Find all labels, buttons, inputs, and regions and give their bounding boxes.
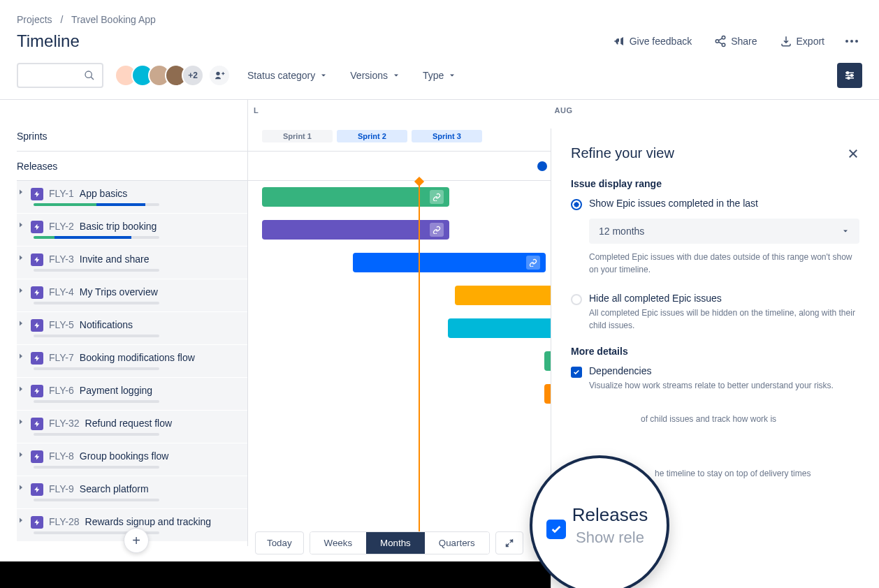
expand-icon bbox=[504, 538, 514, 548]
epic-row[interactable]: FLY-7 Booking modifications flow bbox=[17, 345, 247, 377]
expand-chevron-icon[interactable] bbox=[17, 352, 25, 360]
chevron-down-icon bbox=[392, 71, 400, 80]
expand-chevron-icon[interactable] bbox=[17, 418, 25, 426]
expand-chevron-icon[interactable] bbox=[17, 286, 25, 295]
section-label: More details bbox=[571, 346, 859, 357]
add-people-button[interactable] bbox=[208, 64, 231, 87]
page-title: Timeline bbox=[17, 31, 80, 51]
epic-key[interactable]: FLY-28 bbox=[49, 516, 80, 527]
epic-key[interactable]: FLY-9 bbox=[49, 483, 74, 494]
expand-chevron-icon[interactable] bbox=[17, 385, 25, 393]
quarters-button[interactable]: Quarters bbox=[425, 532, 489, 554]
weeks-button[interactable]: Weeks bbox=[310, 532, 367, 554]
timeline-bar[interactable] bbox=[262, 187, 449, 207]
sprint-pill[interactable]: Sprint 2 bbox=[337, 130, 407, 142]
epic-row[interactable]: FLY-8 Group bookings flow bbox=[17, 443, 247, 476]
zoom-callout: Releases Show rele bbox=[530, 455, 669, 588]
search-input[interactable] bbox=[17, 63, 103, 88]
timeline-bar[interactable] bbox=[353, 253, 546, 272]
epic-title[interactable]: Notifications bbox=[80, 319, 133, 330]
share-button[interactable]: Share bbox=[709, 31, 762, 52]
epic-row[interactable]: FLY-3 Invite and share bbox=[17, 247, 247, 279]
expand-chevron-icon[interactable] bbox=[17, 221, 25, 229]
epic-key[interactable]: FLY-1 bbox=[49, 188, 74, 199]
epic-title[interactable]: Payment logging bbox=[80, 385, 152, 396]
epic-row[interactable]: FLY-6 Payment logging bbox=[17, 378, 247, 410]
epic-row[interactable]: FLY-1 App basics bbox=[17, 181, 247, 213]
epic-row[interactable]: FLY-5 Notifications bbox=[17, 312, 247, 344]
epic-key[interactable]: FLY-32 bbox=[49, 418, 80, 429]
search-icon bbox=[84, 70, 95, 81]
epic-icon bbox=[31, 188, 43, 200]
epic-row[interactable]: FLY-4 My Trips overview bbox=[17, 279, 247, 311]
chevron-down-icon bbox=[841, 227, 850, 235]
epic-icon bbox=[31, 352, 43, 365]
expand-chevron-icon[interactable] bbox=[17, 188, 25, 196]
section-label: Issue display range bbox=[571, 178, 859, 189]
breadcrumb-current[interactable]: Travel Booking App bbox=[71, 14, 156, 25]
radio-hide-completed[interactable]: Hide all completed Epic issues All compl… bbox=[571, 293, 859, 332]
epic-title[interactable]: Group bookings flow bbox=[80, 450, 169, 462]
epic-key[interactable]: FLY-5 bbox=[49, 319, 74, 330]
epic-title[interactable]: App basics bbox=[80, 188, 127, 199]
svg-line-6 bbox=[91, 77, 94, 80]
link-icon[interactable] bbox=[430, 223, 444, 237]
assignee-avatars[interactable]: +2 bbox=[115, 64, 231, 87]
epic-key[interactable]: FLY-8 bbox=[49, 450, 74, 462]
export-button[interactable]: Export bbox=[774, 31, 830, 52]
epic-title[interactable]: Basic trip booking bbox=[80, 221, 157, 232]
link-icon[interactable] bbox=[526, 256, 540, 270]
radio-show-completed[interactable]: Show Epic issues completed in the last bbox=[571, 198, 859, 210]
svg-point-0 bbox=[722, 36, 725, 40]
today-button[interactable]: Today bbox=[255, 531, 304, 554]
epic-title[interactable]: Search platform bbox=[80, 483, 149, 494]
epic-title[interactable]: Invite and share bbox=[80, 253, 150, 265]
epic-key[interactable]: FLY-3 bbox=[49, 253, 74, 265]
epic-icon bbox=[31, 253, 43, 266]
timeline-bar[interactable] bbox=[262, 220, 449, 240]
epic-icon bbox=[31, 385, 43, 397]
more-menu-button[interactable] bbox=[841, 36, 862, 47]
dependencies-checkbox[interactable]: Dependencies Visualize how work streams … bbox=[571, 365, 859, 392]
avatar-overflow[interactable]: +2 bbox=[182, 64, 204, 87]
fullscreen-button[interactable] bbox=[495, 531, 523, 554]
epic-title[interactable]: My Trips overview bbox=[80, 286, 158, 297]
view-settings-button[interactable] bbox=[837, 63, 862, 88]
epic-key[interactable]: FLY-2 bbox=[49, 221, 74, 232]
epic-title[interactable]: Booking modifications flow bbox=[80, 352, 195, 363]
svg-point-12 bbox=[851, 75, 853, 77]
versions-filter[interactable]: Versions bbox=[344, 66, 406, 85]
sprint-pill[interactable]: Sprint 1 bbox=[262, 130, 333, 142]
create-epic-button[interactable]: + bbox=[124, 528, 149, 553]
expand-chevron-icon[interactable] bbox=[17, 319, 25, 328]
give-feedback-button[interactable]: Give feedback bbox=[607, 31, 698, 52]
epic-key[interactable]: FLY-4 bbox=[49, 286, 74, 297]
link-icon[interactable] bbox=[430, 190, 444, 204]
progress-bar bbox=[34, 335, 159, 337]
epic-key[interactable]: FLY-6 bbox=[49, 385, 74, 396]
epic-row[interactable]: FLY-32 Refund request flow bbox=[17, 411, 247, 443]
status-category-filter[interactable]: Status category bbox=[242, 66, 333, 85]
epic-title[interactable]: Rewards signup and tracking bbox=[85, 516, 212, 527]
radio-icon bbox=[571, 199, 582, 210]
epic-key[interactable]: FLY-7 bbox=[49, 352, 74, 363]
progress-bar bbox=[34, 203, 159, 206]
release-marker[interactable] bbox=[537, 161, 547, 171]
epic-row[interactable]: FLY-9 Search platform bbox=[17, 476, 247, 508]
expand-chevron-icon[interactable] bbox=[17, 253, 25, 262]
expand-chevron-icon[interactable] bbox=[17, 516, 25, 524]
epic-icon bbox=[31, 516, 43, 529]
export-icon bbox=[780, 35, 792, 47]
epic-row[interactable]: FLY-2 Basic trip booking bbox=[17, 214, 247, 246]
progress-bar bbox=[34, 367, 159, 370]
sprint-pill[interactable]: Sprint 3 bbox=[412, 130, 482, 142]
type-filter[interactable]: Type bbox=[417, 66, 462, 85]
svg-point-13 bbox=[848, 77, 850, 79]
breadcrumb-root[interactable]: Projects bbox=[17, 14, 52, 25]
epic-title[interactable]: Refund request flow bbox=[85, 418, 173, 429]
close-panel-button[interactable] bbox=[847, 147, 859, 160]
range-select[interactable]: 12 months bbox=[589, 219, 859, 244]
expand-chevron-icon[interactable] bbox=[17, 450, 25, 459]
expand-chevron-icon[interactable] bbox=[17, 483, 25, 492]
months-button[interactable]: Months bbox=[366, 532, 425, 554]
